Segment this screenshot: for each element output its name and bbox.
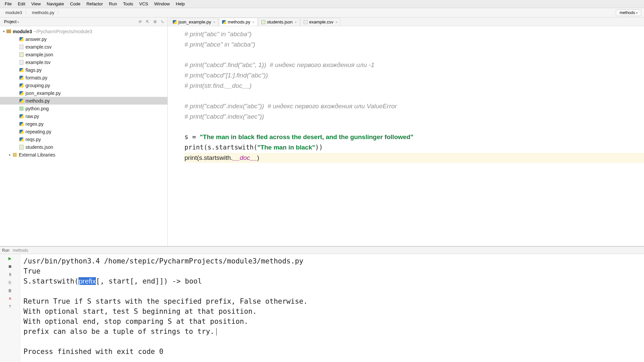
editor-tabs: json_example.py×methods.py×students.json… bbox=[168, 17, 644, 26]
menu-vcs[interactable]: VCS bbox=[137, 1, 151, 7]
main-area: Project ⟳ ⇱ ⚙ ⤡ ▾ module3 ~/PycharmProje… bbox=[0, 17, 644, 246]
tree-file-label: answer.py bbox=[25, 36, 47, 43]
file-icon bbox=[19, 114, 23, 118]
file-icon bbox=[19, 99, 23, 103]
tree-file[interactable]: example.tsv bbox=[0, 58, 167, 66]
run-tool-window: Run methods ▶ ⏹ ⏸ ⎘ 🗑 ✕ ? /usr/bin/pytho… bbox=[0, 246, 644, 362]
tree-file[interactable]: flags.py bbox=[0, 66, 167, 74]
tree-file-label: python.png bbox=[25, 105, 49, 112]
tree-file[interactable]: python.png bbox=[0, 105, 167, 112]
menu-file[interactable]: File bbox=[2, 1, 14, 7]
tree-file-label: example.csv bbox=[25, 43, 52, 51]
tree-external-libraries[interactable]: ▸ External Libraries bbox=[0, 151, 167, 159]
menu-refactor[interactable]: Refactor bbox=[84, 1, 106, 7]
trash-icon[interactable]: 🗑 bbox=[7, 288, 13, 294]
file-icon bbox=[19, 122, 23, 126]
tree-root-label: module3 bbox=[13, 28, 32, 35]
tree-file-label: students.json bbox=[25, 143, 53, 151]
tree-file-label: raw.py bbox=[25, 113, 39, 120]
hide-icon[interactable]: ⤡ bbox=[159, 19, 165, 25]
tree-file-label: reqs.py bbox=[25, 136, 41, 143]
close-icon[interactable]: × bbox=[294, 20, 297, 24]
chevron-right-icon[interactable]: ▸ bbox=[7, 151, 12, 159]
tree-file-label: formats.py bbox=[25, 74, 47, 81]
stop-icon[interactable]: ⏹ bbox=[7, 263, 13, 269]
rerun-icon[interactable]: ▶ bbox=[7, 255, 13, 261]
close-icon[interactable]: ✕ bbox=[7, 296, 13, 302]
run-config-name: methods bbox=[13, 248, 28, 253]
editor-tab[interactable]: json_example.py× bbox=[170, 18, 218, 26]
dump-icon[interactable]: ⎘ bbox=[7, 280, 13, 286]
menu-window[interactable]: Window bbox=[152, 1, 172, 7]
tree-file[interactable]: example.json bbox=[0, 51, 167, 58]
file-icon bbox=[19, 60, 23, 65]
tree-file[interactable]: students.json bbox=[0, 143, 167, 151]
tree-file-label: example.json bbox=[25, 51, 53, 58]
tree-file[interactable]: repeating.py bbox=[0, 128, 167, 135]
run-config-selector[interactable]: methods bbox=[616, 9, 641, 16]
console-output[interactable]: /usr/bin/python3.4 /home/stepic/PycharmP… bbox=[20, 254, 644, 362]
file-icon bbox=[261, 20, 265, 24]
menu-navigate[interactable]: Navigate bbox=[44, 1, 66, 7]
tree-root[interactable]: ▾ module3 ~/PycharmProjects/module3 bbox=[0, 27, 167, 35]
tree-file-label: repeating.py bbox=[25, 128, 51, 135]
tab-label: json_example.py bbox=[178, 19, 211, 24]
tree-file-label: grouping.py bbox=[25, 82, 50, 89]
tree-file-label: regex.py bbox=[25, 120, 44, 128]
file-icon bbox=[19, 37, 23, 41]
refresh-icon[interactable]: ⟳ bbox=[137, 19, 143, 25]
tree-file[interactable]: raw.py bbox=[0, 112, 167, 120]
file-icon bbox=[173, 20, 177, 24]
editor-tab[interactable]: students.json× bbox=[258, 18, 300, 26]
chevron-down-icon[interactable]: ▾ bbox=[1, 28, 6, 35]
close-icon[interactable]: × bbox=[213, 20, 215, 24]
tree-file[interactable]: formats.py bbox=[0, 74, 167, 81]
menu-tools[interactable]: Tools bbox=[120, 1, 136, 7]
pause-icon[interactable]: ⏸ bbox=[7, 272, 13, 278]
project-tree[interactable]: ▾ module3 ~/PycharmProjects/module3 answ… bbox=[0, 26, 167, 160]
tree-file-label: json_example.py bbox=[25, 89, 61, 97]
editor-pane: json_example.py×methods.py×students.json… bbox=[168, 17, 644, 246]
menu-edit[interactable]: Edit bbox=[15, 1, 28, 7]
collapse-icon[interactable]: ⇱ bbox=[145, 19, 151, 25]
tab-label: example.csv bbox=[309, 19, 333, 24]
file-icon bbox=[19, 45, 23, 49]
file-icon bbox=[222, 20, 226, 24]
tab-label: methods.py bbox=[228, 19, 250, 24]
editor-tab[interactable]: methods.py× bbox=[219, 18, 258, 26]
menu-run[interactable]: Run bbox=[106, 1, 120, 7]
help-icon[interactable]: ? bbox=[7, 304, 13, 310]
tab-label: students.json bbox=[267, 19, 293, 24]
file-icon bbox=[19, 76, 23, 80]
run-header: Run methods bbox=[0, 247, 644, 254]
tree-file[interactable]: example.csv bbox=[0, 43, 167, 51]
tree-file[interactable]: methods.py bbox=[0, 97, 167, 105]
editor-tab[interactable]: example.csv× bbox=[301, 18, 341, 26]
run-toolbar: ▶ ⏹ ⏸ ⎘ 🗑 ✕ ? bbox=[0, 254, 20, 362]
menu-bar: File Edit View Navigate Code Refactor Ru… bbox=[0, 0, 644, 8]
tree-file[interactable]: answer.py bbox=[0, 35, 167, 43]
breadcrumb-root[interactable]: module3 bbox=[3, 9, 25, 16]
tree-file[interactable]: regex.py bbox=[0, 120, 167, 128]
close-icon[interactable]: × bbox=[335, 20, 337, 24]
tree-file[interactable]: grouping.py bbox=[0, 81, 167, 89]
tree-file-label: flags.py bbox=[25, 66, 42, 74]
tree-root-path: ~/PycharmProjects/module3 bbox=[34, 28, 92, 35]
library-icon bbox=[13, 153, 17, 157]
tree-file[interactable]: reqs.py bbox=[0, 135, 167, 143]
project-view-selector[interactable]: Project bbox=[2, 19, 21, 25]
menu-code[interactable]: Code bbox=[67, 1, 83, 7]
file-icon bbox=[19, 83, 23, 87]
tree-file-label: methods.py bbox=[25, 97, 50, 105]
close-icon[interactable]: × bbox=[252, 20, 254, 24]
tree-file[interactable]: json_example.py bbox=[0, 89, 167, 97]
menu-view[interactable]: View bbox=[29, 1, 43, 7]
code-editor[interactable]: # print("abc" in "abcba") # print("abce"… bbox=[168, 26, 644, 246]
tree-ext-label: External Libraries bbox=[19, 151, 55, 159]
file-icon bbox=[19, 130, 23, 134]
breadcrumb-file[interactable]: methods.py bbox=[29, 9, 57, 16]
file-icon bbox=[304, 20, 308, 24]
project-tool-window: Project ⟳ ⇱ ⚙ ⤡ ▾ module3 ~/PycharmProje… bbox=[0, 17, 168, 246]
menu-help[interactable]: Help bbox=[173, 1, 187, 7]
gear-icon[interactable]: ⚙ bbox=[152, 19, 158, 25]
